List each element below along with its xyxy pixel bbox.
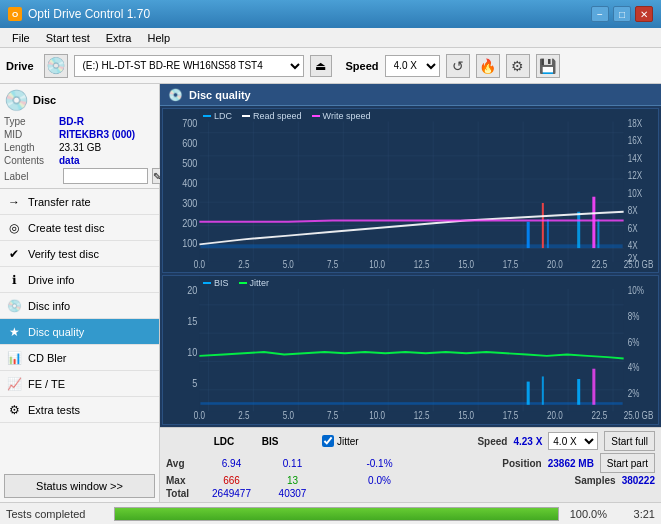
svg-text:25.0 GB: 25.0 GB [624, 410, 654, 421]
svg-text:100: 100 [182, 237, 197, 249]
main-content: 💿 Disc quality LDC Read speed [160, 84, 661, 502]
svg-text:2%: 2% [628, 388, 640, 399]
svg-text:600: 600 [182, 137, 197, 149]
disc-length-row: Length 23.31 GB [4, 142, 155, 153]
disc-type-row: Type BD-R [4, 116, 155, 127]
jitter-legend-label: Jitter [250, 278, 270, 288]
samples-label: Samples [574, 475, 615, 486]
svg-rect-63 [577, 379, 580, 405]
disc-length-val: 23.31 GB [59, 142, 101, 153]
menu-start-test[interactable]: Start test [38, 30, 98, 46]
menu-help[interactable]: Help [139, 30, 178, 46]
nav-transfer-rate[interactable]: → Transfer rate [0, 189, 159, 215]
nav-cd-bler-label: CD Bler [28, 352, 67, 364]
ldc-legend-color [203, 115, 211, 117]
stats-bis-header: BIS [250, 436, 290, 447]
drive-select[interactable]: (E:) HL-DT-ST BD-RE WH16NS58 TST4 [74, 55, 304, 77]
bis-legend-color [203, 282, 211, 284]
disc-length-label: Length [4, 142, 59, 153]
burn-button[interactable]: 🔥 [476, 54, 500, 78]
nav-fe-te[interactable]: 📈 FE / TE [0, 371, 159, 397]
save-button[interactable]: 💾 [536, 54, 560, 78]
nav-cd-bler[interactable]: 📊 CD Bler [0, 345, 159, 371]
verify-test-icon: ✔ [6, 247, 22, 261]
nav-disc-quality[interactable]: ★ Disc quality [0, 319, 159, 345]
svg-text:300: 300 [182, 197, 197, 209]
jitter-checkbox[interactable] [322, 435, 334, 447]
nav-transfer-rate-label: Transfer rate [28, 196, 91, 208]
avg-label: Avg [166, 458, 198, 469]
nav-drive-info[interactable]: ℹ Drive info [0, 267, 159, 293]
svg-text:5.0: 5.0 [283, 410, 294, 421]
chart2-container: BIS Jitter [162, 275, 659, 425]
svg-rect-2 [199, 122, 623, 262]
legend-read-speed: Read speed [242, 111, 302, 121]
disc-mid-row: MID RITEKBR3 (000) [4, 129, 155, 140]
nav-create-test-disc[interactable]: ◎ Create test disc [0, 215, 159, 241]
svg-rect-30 [200, 244, 622, 248]
speed-label: Speed [346, 60, 379, 72]
svg-text:15.0: 15.0 [458, 259, 474, 270]
drive-label: Drive [6, 60, 34, 72]
disc-contents-label: Contents [4, 155, 59, 166]
speed-select[interactable]: 4.0 X [385, 55, 440, 77]
sidebar: 💿 Disc Type BD-R MID RITEKBR3 (000) Leng… [0, 84, 160, 502]
jitter-legend-color [239, 282, 247, 284]
bis-legend-label: BIS [214, 278, 229, 288]
close-button[interactable]: ✕ [635, 6, 653, 22]
stats-max-row: Max 666 13 0.0% Samples 380222 [166, 475, 655, 486]
nav-fe-te-label: FE / TE [28, 378, 65, 390]
extra-tests-icon: ⚙ [6, 403, 22, 417]
stats-panel: LDC BIS Jitter Speed 4.23 X 4.0 X Start … [160, 427, 661, 502]
minimize-button[interactable]: − [591, 6, 609, 22]
svg-rect-31 [527, 222, 530, 248]
disc-panel-icon: 💿 [4, 88, 29, 112]
svg-rect-36 [597, 219, 599, 248]
legend-bis: BIS [203, 278, 229, 288]
total-bis: 40307 [265, 488, 320, 499]
status-window-button[interactable]: Status window >> [4, 474, 155, 498]
app-icon: O [8, 7, 22, 21]
svg-text:8X: 8X [628, 205, 638, 216]
status-text: Tests completed [6, 508, 106, 520]
nav-verify-test-disc[interactable]: ✔ Verify test disc [0, 241, 159, 267]
svg-text:8%: 8% [628, 311, 640, 322]
speed-select-small[interactable]: 4.0 X [548, 432, 598, 450]
ldc-legend-label: LDC [214, 111, 232, 121]
svg-text:12X: 12X [628, 170, 642, 181]
legend-jitter: Jitter [239, 278, 270, 288]
svg-text:5.0: 5.0 [283, 259, 294, 270]
progress-bar-container [114, 507, 559, 521]
settings-button[interactable]: ⚙ [506, 54, 530, 78]
svg-rect-64 [592, 369, 595, 405]
disc-mid-val: RITEKBR3 (000) [59, 129, 135, 140]
nav-extra-tests[interactable]: ⚙ Extra tests [0, 397, 159, 423]
svg-text:12.5: 12.5 [414, 259, 430, 270]
avg-jitter: -0.1% [352, 458, 407, 469]
disc-contents-row: Contents data [4, 155, 155, 166]
svg-text:20.0: 20.0 [547, 259, 563, 270]
start-full-button[interactable]: Start full [604, 431, 655, 451]
refresh-button[interactable]: ↺ [446, 54, 470, 78]
maximize-button[interactable]: □ [613, 6, 631, 22]
svg-text:20: 20 [187, 284, 197, 296]
jitter-label: Jitter [337, 436, 359, 447]
speed-label: Speed [477, 436, 507, 447]
eject-button[interactable]: ⏏ [310, 55, 332, 77]
disc-contents-val: data [59, 155, 80, 166]
create-test-icon: ◎ [6, 221, 22, 235]
menu-extra[interactable]: Extra [98, 30, 140, 46]
app-title: Opti Drive Control 1.70 [28, 7, 150, 21]
main-layout: 💿 Disc Type BD-R MID RITEKBR3 (000) Leng… [0, 84, 661, 502]
jitter-check: Jitter [322, 435, 359, 447]
start-part-button[interactable]: Start part [600, 453, 655, 473]
nav-disc-info[interactable]: 💿 Disc info [0, 293, 159, 319]
avg-bis: 0.11 [265, 458, 320, 469]
menu-file[interactable]: File [4, 30, 38, 46]
write-speed-legend-label: Write speed [323, 111, 371, 121]
disc-label-row: Label ✎ [4, 168, 155, 184]
disc-quality-title: Disc quality [189, 89, 251, 101]
position-label: Position [502, 458, 541, 469]
disc-label-input[interactable] [63, 168, 148, 184]
disc-info-table: Type BD-R MID RITEKBR3 (000) Length 23.3… [4, 116, 155, 184]
